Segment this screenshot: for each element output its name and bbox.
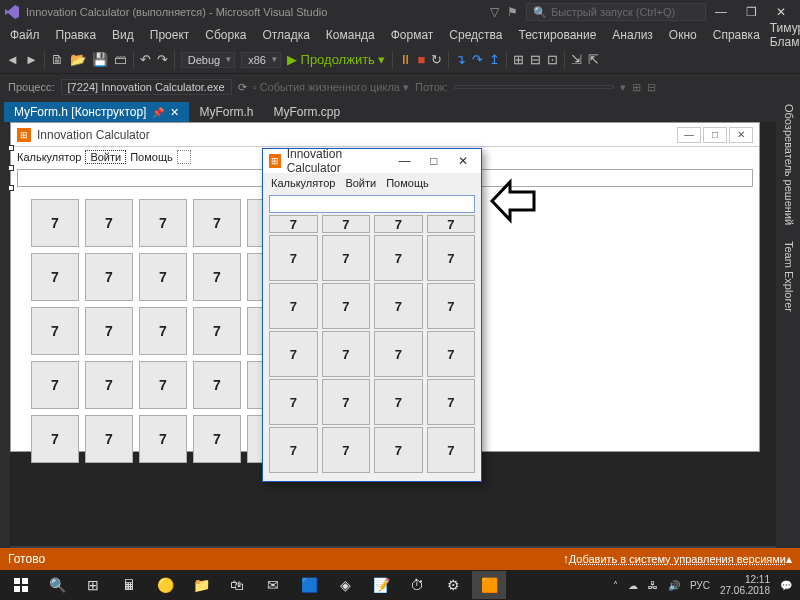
calc-button[interactable]: 7	[139, 253, 187, 301]
tray-network-icon[interactable]: 🖧	[648, 580, 658, 591]
menu-file[interactable]: Файл	[4, 26, 46, 44]
calc-button[interactable]: 7	[374, 215, 423, 233]
tray-chevron-icon[interactable]: ˄	[613, 580, 618, 591]
run-menu-calc[interactable]: Калькулятор	[271, 177, 335, 189]
menu-analyze[interactable]: Анализ	[606, 26, 659, 44]
calc-button[interactable]: 7	[31, 253, 79, 301]
minimize-button[interactable]: —	[706, 5, 736, 19]
calc-button[interactable]: 7	[269, 235, 318, 281]
vcs-add-link[interactable]: Добавить в систему управления версиями	[569, 553, 786, 565]
pause-icon[interactable]: ⏸	[399, 52, 412, 67]
taskbar-store-icon[interactable]: 🛍	[220, 571, 254, 599]
tab-myform-h[interactable]: MyForm.h	[189, 102, 263, 122]
save-icon[interactable]: 💾	[92, 52, 108, 67]
menu-build[interactable]: Сборка	[199, 26, 252, 44]
step-into-icon[interactable]: ↴	[455, 52, 466, 67]
search-button[interactable]: 🔍	[40, 571, 74, 599]
taskbar-running-app-icon[interactable]: 🟧	[472, 571, 506, 599]
menu-test[interactable]: Тестирование	[513, 26, 603, 44]
signed-in-user[interactable]: Тимур Бламыков	[770, 21, 800, 49]
nav-back-icon[interactable]: ◄	[6, 52, 19, 67]
taskbar-browser-icon[interactable]: 🟡	[148, 571, 182, 599]
process-combo[interactable]: [7224] Innovation Calculator.exe	[61, 79, 232, 95]
calc-button[interactable]: 7	[322, 235, 371, 281]
taskbar-mail-icon[interactable]: ✉	[256, 571, 290, 599]
tray-clock[interactable]: 12:11 27.06.2018	[720, 574, 770, 596]
thread-combo[interactable]	[454, 85, 614, 89]
taskbar-settings-icon[interactable]: ⚙	[436, 571, 470, 599]
calc-button[interactable]: 7	[427, 379, 476, 425]
menu-edit[interactable]: Правка	[50, 26, 103, 44]
tab-myform-h-designer[interactable]: MyForm.h [Конструктор] 📌 ✕	[4, 102, 189, 122]
calc-button[interactable]: 7	[269, 331, 318, 377]
new-project-icon[interactable]: 🗎	[51, 52, 64, 67]
step-out-icon[interactable]: ↥	[489, 52, 500, 67]
calc-button[interactable]: 7	[139, 415, 187, 463]
calc-button[interactable]: 7	[427, 235, 476, 281]
toolbar-icon-a[interactable]: ⊞	[513, 52, 524, 67]
calc-button[interactable]: 7	[322, 215, 371, 233]
tab-myform-cpp[interactable]: MyForm.cpp	[263, 102, 350, 122]
restore-button[interactable]: ❐	[736, 5, 766, 19]
thread-icon-a[interactable]: ▾	[620, 81, 626, 94]
tray-volume-icon[interactable]: 🔊	[668, 580, 680, 591]
save-all-icon[interactable]: 🗃	[114, 52, 127, 67]
calc-button[interactable]: 7	[427, 215, 476, 233]
menu-project[interactable]: Проект	[144, 26, 196, 44]
calc-button[interactable]: 7	[322, 331, 371, 377]
restart-icon[interactable]: ↻	[431, 52, 442, 67]
calc-button[interactable]: 7	[374, 427, 423, 473]
vcs-dropdown-icon[interactable]: ▴	[786, 552, 792, 566]
calc-button[interactable]: 7	[139, 199, 187, 247]
calc-button[interactable]: 7	[31, 415, 79, 463]
calc-button[interactable]: 7	[31, 199, 79, 247]
calc-button[interactable]: 7	[193, 361, 241, 409]
team-explorer-tab[interactable]: Team Explorer	[781, 237, 797, 316]
toolbar-icon-d[interactable]: ⇲	[571, 52, 582, 67]
taskbar-vs-icon[interactable]: ◈	[328, 571, 362, 599]
config-combo[interactable]: Debug	[181, 52, 235, 68]
calc-button[interactable]: 7	[193, 199, 241, 247]
calc-button[interactable]: 7	[85, 415, 133, 463]
toolbar-icon-c[interactable]: ⊡	[547, 52, 558, 67]
running-app-window[interactable]: ⊞ Innovation Calculator — □ ✕ Калькулято…	[262, 148, 482, 482]
calc-button[interactable]: 7	[322, 283, 371, 329]
taskbar-clock-icon[interactable]: ⏱	[400, 571, 434, 599]
taskbar-app-icon[interactable]: 🟦	[292, 571, 326, 599]
calc-button[interactable]: 7	[269, 427, 318, 473]
menu-debug[interactable]: Отладка	[256, 26, 315, 44]
start-button[interactable]	[4, 571, 38, 599]
menu-team[interactable]: Команда	[320, 26, 381, 44]
platform-combo[interactable]: x86	[241, 52, 281, 68]
run-min-button[interactable]: —	[393, 154, 416, 168]
undo-icon[interactable]: ↶	[140, 52, 151, 67]
calc-button[interactable]: 7	[85, 199, 133, 247]
calc-button[interactable]: 7	[31, 361, 79, 409]
step-over-icon[interactable]: ↷	[472, 52, 483, 67]
calc-button[interactable]: 7	[85, 253, 133, 301]
solution-explorer-tab[interactable]: Обозреватель решений	[781, 100, 797, 229]
calc-button[interactable]: 7	[193, 307, 241, 355]
toolbar-icon-b[interactable]: ⊟	[530, 52, 541, 67]
toolbar-icon-e[interactable]: ⇱	[588, 52, 599, 67]
thread-icon-b[interactable]: ⊞	[632, 81, 641, 94]
design-menu-add-placeholder[interactable]	[177, 150, 191, 164]
run-menu-login[interactable]: Войти	[345, 177, 376, 189]
continue-button[interactable]: ▶ Продолжить ▾	[287, 52, 386, 67]
quick-launch-input[interactable]: 🔍 Быстрый запуск (Ctrl+Q)	[526, 3, 706, 21]
close-tab-icon[interactable]: ✕	[170, 106, 179, 119]
menu-format[interactable]: Формат	[385, 26, 440, 44]
calc-button[interactable]: 7	[269, 215, 318, 233]
calc-button[interactable]: 7	[269, 379, 318, 425]
feedback-icon[interactable]: ⚑	[507, 5, 518, 19]
calc-button[interactable]: 7	[322, 427, 371, 473]
calc-button[interactable]: 7	[427, 427, 476, 473]
run-menu-help[interactable]: Помощь	[386, 177, 429, 189]
calc-button[interactable]: 7	[374, 235, 423, 281]
calc-button[interactable]: 7	[374, 283, 423, 329]
menu-view[interactable]: Вид	[106, 26, 140, 44]
taskbar-note-icon[interactable]: 📝	[364, 571, 398, 599]
close-button[interactable]: ✕	[766, 5, 796, 19]
menu-help[interactable]: Справка	[707, 26, 766, 44]
calc-button[interactable]: 7	[269, 283, 318, 329]
